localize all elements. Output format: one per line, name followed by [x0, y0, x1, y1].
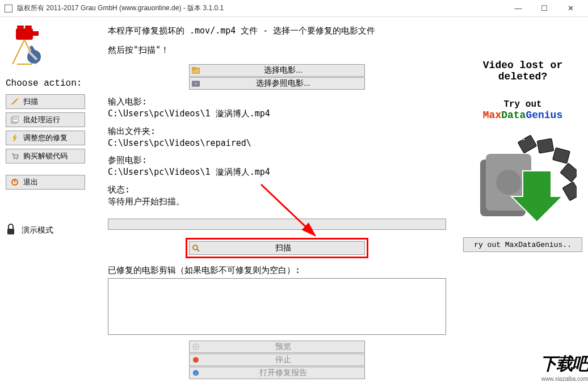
- scan-sidebar-label: 扫描: [23, 96, 38, 107]
- intro-line1: 本程序可修复损坏的 .mov/.mp4 文件 - 选择一个要修复的电影文件: [108, 26, 446, 36]
- input-path: C:\Users\pc\Videos\1 漩涡博人.mp4: [108, 108, 446, 119]
- lightning-icon: [10, 133, 20, 143]
- folder-movie-icon: [190, 67, 202, 74]
- content: Choose action: 扫描 批处理运行 调整您的修复 购买解锁代码: [0, 17, 588, 382]
- svg-point-29: [193, 357, 199, 363]
- choose-ref-label: 选择参照电影...: [202, 78, 364, 89]
- svg-point-17: [16, 158, 18, 159]
- svg-rect-3: [33, 31, 39, 36]
- main-panel: 本程序可修复损坏的 .mov/.mp4 文件 - 选择一个要修复的电影文件 然后…: [96, 17, 457, 382]
- promo-max: Max: [483, 110, 501, 121]
- demo-label: 演示模式: [22, 225, 53, 236]
- clips-label: 已修复的电影剪辑（如果电影不可修复则为空白）:: [108, 265, 446, 276]
- ref-label: 参照电影:: [108, 155, 446, 166]
- promo-heading2: deleted?: [463, 71, 582, 82]
- ref-path: C:\Users\pc\Videos\1 漩涡博人.mp4: [108, 167, 446, 178]
- svg-point-24: [194, 82, 198, 85]
- choose-action-label: Choose action:: [6, 78, 91, 89]
- buy-button[interactable]: 购买解锁代码: [6, 149, 85, 163]
- watermark-url: www.xiazaiba.com: [540, 376, 588, 382]
- demo-mode: 演示模式: [6, 224, 91, 237]
- status-text: 等待用户开始扫描。: [108, 196, 446, 207]
- close-button[interactable]: ✕: [557, 0, 583, 17]
- cart-icon: [10, 151, 20, 161]
- stop-label: 停止: [202, 355, 364, 365]
- choose-movie-label: 选择电影...: [202, 65, 364, 75]
- exit-label: 退出: [23, 177, 38, 187]
- promo-tryout: Try out: [463, 99, 582, 110]
- svg-rect-22: [192, 67, 195, 69]
- wand-icon: [10, 96, 20, 107]
- intro-line2: 然后按"扫描"！: [108, 45, 446, 56]
- promo-data: Data: [501, 110, 526, 121]
- progress-bar: [108, 219, 446, 230]
- svg-rect-20: [7, 229, 14, 234]
- scan-button-label: 扫描: [202, 243, 364, 253]
- scan-button[interactable]: 扫描: [189, 241, 365, 255]
- camera-icon: [190, 80, 202, 87]
- preview-button[interactable]: 预览: [189, 341, 365, 353]
- app-logo: [6, 23, 91, 75]
- magnify-icon: [190, 244, 202, 252]
- window-controls: — ☐ ✕: [505, 0, 583, 17]
- svg-rect-41: [523, 139, 524, 140]
- promo-graphic: [463, 129, 582, 229]
- promo-panel: Video lost or deleted? Try out MaxDataGe…: [457, 17, 588, 382]
- scan-highlight-box: 扫描: [186, 238, 368, 258]
- info-icon: i: [190, 370, 202, 376]
- sidebar: Choose action: 扫描 批处理运行 调整您的修复 购买解锁代码: [0, 17, 96, 382]
- svg-rect-36: [537, 138, 553, 153]
- play-icon: [190, 343, 202, 350]
- window-title: 版权所有 2011-2017 Grau GmbH (www.grauonline…: [17, 3, 505, 13]
- choose-ref-button[interactable]: 选择参照电影...: [189, 77, 365, 90]
- status-label: 状态:: [108, 184, 446, 195]
- lock-icon: [6, 224, 16, 237]
- svg-text:i: i: [195, 371, 196, 376]
- promo-genius: Genius: [526, 110, 562, 121]
- stop-icon: [190, 356, 202, 363]
- buy-label: 购买解锁代码: [23, 151, 68, 161]
- watermark: 下载吧 www.xiazaiba.com: [540, 352, 588, 382]
- stop-button[interactable]: 停止: [189, 354, 365, 366]
- promo-brand: MaxDataGenius: [463, 110, 582, 121]
- maximize-button[interactable]: ☐: [531, 0, 557, 17]
- svg-rect-0: [16, 28, 33, 40]
- titlebar: 版权所有 2011-2017 Grau GmbH (www.grauonline…: [0, 0, 588, 17]
- exit-button[interactable]: 退出: [6, 175, 85, 190]
- batch-icon: [10, 115, 20, 125]
- batch-button[interactable]: 批处理运行: [6, 112, 85, 127]
- output-path: C:\Users\pc\Videos\repaired\: [108, 138, 446, 148]
- svg-point-25: [193, 245, 198, 250]
- watermark-text: 下载吧: [540, 352, 588, 376]
- batch-label: 批处理运行: [23, 115, 60, 125]
- power-icon: [10, 177, 20, 187]
- svg-rect-39: [562, 182, 577, 201]
- output-label: 输出文件夹:: [108, 126, 446, 137]
- promo-heading1: Video lost or: [463, 60, 582, 71]
- svg-rect-37: [553, 148, 570, 163]
- scan-sidebar-button[interactable]: 扫描: [6, 94, 85, 109]
- svg-point-16: [14, 158, 15, 159]
- svg-point-11: [16, 98, 19, 100]
- svg-rect-40: [521, 139, 522, 140]
- minimize-button[interactable]: —: [505, 0, 531, 17]
- promo-try-button[interactable]: ry out MaxDataGenius..: [463, 237, 582, 252]
- promo-try-label: ry out MaxDataGenius..: [474, 241, 572, 249]
- app-icon: [5, 5, 12, 12]
- adjust-label: 调整您的修复: [23, 133, 68, 143]
- report-button[interactable]: i 打开修复报告: [189, 367, 365, 379]
- svg-rect-35: [518, 135, 537, 153]
- report-label: 打开修复报告: [202, 368, 364, 378]
- adjust-button[interactable]: 调整您的修复: [6, 131, 85, 145]
- choose-movie-button[interactable]: 选择电影...: [189, 64, 365, 77]
- preview-label: 预览: [202, 342, 364, 352]
- svg-line-4: [12, 40, 24, 64]
- svg-point-34: [496, 170, 521, 195]
- input-label: 输入电影:: [108, 96, 446, 107]
- clips-listbox[interactable]: [108, 278, 446, 335]
- svg-rect-38: [560, 163, 577, 182]
- svg-line-10: [12, 99, 18, 104]
- svg-line-26: [197, 249, 199, 251]
